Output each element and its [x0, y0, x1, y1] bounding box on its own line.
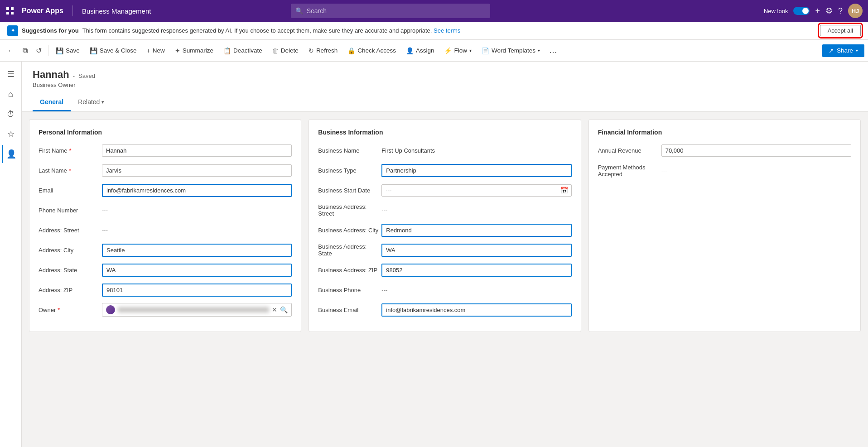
phone-label: Phone Number [39, 207, 102, 214]
deactivate-button[interactable]: 📋 Deactivate [219, 44, 267, 57]
business-address-state-input[interactable] [381, 244, 571, 257]
address-street-label: Address: Street [39, 227, 102, 234]
content-area: Hannah - Saved Business Owner General Re… [22, 62, 868, 447]
annual-revenue-input[interactable] [661, 144, 851, 157]
clipboard-button[interactable]: ⧉ [19, 44, 31, 58]
business-phone-value: --- [381, 287, 571, 293]
new-look-toggle[interactable] [793, 7, 810, 15]
new-button[interactable]: + New [142, 44, 169, 57]
personal-information-section: Personal Information First Name* Last Na… [29, 119, 301, 332]
business-address-city-input[interactable] [381, 224, 571, 237]
business-email-input[interactable] [381, 303, 571, 317]
sidebar-item-pinned[interactable]: ☆ [2, 125, 20, 143]
sidebar-item-contacts[interactable]: 👤 [2, 145, 20, 163]
owner-field-wrapper[interactable]: ✕ 🔍 [102, 303, 292, 317]
check-access-icon: 🔒 [347, 47, 355, 54]
delete-button[interactable]: 🗑 Delete [268, 44, 303, 57]
refresh-icon: ↻ [309, 47, 314, 54]
back-button[interactable]: ← [4, 44, 18, 58]
see-terms-link[interactable]: See terms [434, 27, 460, 34]
field-address-zip: Address: ZIP [39, 283, 292, 297]
more-button[interactable]: … [545, 43, 561, 58]
add-icon[interactable]: + [815, 6, 820, 16]
business-address-zip-input[interactable] [381, 264, 571, 277]
tab-general[interactable]: General [33, 94, 71, 111]
calendar-icon[interactable]: 📅 [560, 187, 568, 194]
owner-clear-button[interactable]: ✕ [272, 306, 277, 313]
business-start-date-input[interactable] [381, 184, 571, 197]
search-bar[interactable]: 🔍 [291, 4, 490, 18]
payment-methods-value: --- [661, 167, 851, 174]
financial-info-title: Financial Information [598, 129, 851, 136]
accept-all-button[interactable]: Accept all [820, 25, 861, 36]
business-start-date-wrapper: 📅 [381, 184, 571, 197]
field-business-address-street: Business Address: Street --- [318, 203, 571, 217]
svg-rect-1 [11, 7, 14, 10]
field-phone: Phone Number --- [39, 203, 292, 217]
personal-info-title: Personal Information [39, 129, 292, 136]
form-sections: Personal Information First Name* Last Na… [22, 112, 868, 339]
business-address-zip-label: Business Address: ZIP [318, 267, 381, 274]
address-zip-label: Address: ZIP [39, 287, 102, 293]
search-input[interactable] [307, 7, 486, 14]
main-layout: ☰ ⌂ ⏱ ☆ 👤 Hannah - Saved Business Owner … [0, 62, 868, 447]
save-button[interactable]: 💾 Save [51, 44, 84, 57]
email-input[interactable] [102, 184, 292, 197]
address-zip-input[interactable] [102, 284, 292, 297]
settings-icon[interactable]: ⚙ [825, 6, 833, 16]
address-street-value: --- [102, 227, 292, 234]
business-type-label: Business Type [318, 167, 381, 174]
field-business-name: Business Name First Up Consultants [318, 143, 571, 158]
tab-related[interactable]: Related ▾ [71, 94, 111, 111]
business-name-label: Business Name [318, 147, 381, 154]
business-phone-label: Business Phone [318, 287, 381, 293]
help-icon[interactable]: ? [838, 6, 843, 16]
owner-label: Owner* [39, 307, 102, 313]
owner-search-button[interactable]: 🔍 [280, 306, 288, 313]
record-name: Hannah [33, 69, 69, 81]
sidebar-item-home[interactable]: ⌂ [2, 85, 20, 103]
restore-button[interactable]: ↺ [32, 43, 45, 58]
field-business-type: Business Type [318, 163, 571, 178]
tabs: General Related ▾ [33, 94, 857, 111]
address-state-input[interactable] [102, 264, 292, 277]
save-icon: 💾 [56, 47, 63, 54]
save-close-button[interactable]: 💾 Save & Close [85, 44, 141, 57]
refresh-button[interactable]: ↻ Refresh [304, 44, 342, 57]
record-status: Saved [78, 72, 95, 79]
assign-button[interactable]: 👤 Assign [401, 44, 439, 57]
address-city-input[interactable] [102, 244, 292, 257]
command-bar: ← ⧉ ↺ 💾 Save 💾 Save & Close + New ✦ Summ… [0, 40, 868, 62]
record-header: Hannah - Saved Business Owner General Re… [22, 62, 868, 112]
record-title-row: Hannah - Saved [33, 69, 857, 81]
business-information-section: Business Information Business Name First… [309, 119, 581, 332]
financial-information-section: Financial Information Annual Revenue Pay… [588, 119, 861, 332]
phone-value: --- [102, 207, 292, 214]
first-name-input[interactable] [102, 144, 292, 157]
business-start-date-label: Business Start Date [318, 187, 381, 194]
related-chevron: ▾ [101, 99, 104, 105]
ai-suggestion-icon: ✦ [7, 25, 18, 36]
share-button[interactable]: ↗ Share ▾ [822, 44, 864, 57]
sidebar-item-menu[interactable]: ☰ [2, 65, 20, 83]
summarize-button[interactable]: ✦ Summarize [170, 44, 218, 57]
flow-button[interactable]: ⚡ Flow ▾ [439, 44, 476, 57]
new-look-label: New look [764, 8, 788, 14]
word-templates-button[interactable]: 📄 Word Templates ▾ [477, 44, 545, 57]
search-icon: 🔍 [295, 7, 303, 14]
last-name-input[interactable] [102, 164, 292, 177]
save-close-icon: 💾 [90, 47, 97, 54]
svg-rect-0 [6, 7, 9, 10]
top-nav-right: New look + ⚙ ? HJ [764, 4, 863, 18]
red-arrow-annotation [861, 11, 868, 38]
business-email-label: Business Email [318, 307, 381, 313]
address-city-label: Address: City [39, 247, 102, 254]
share-icon: ↗ [829, 47, 834, 54]
owner-name-blurred [118, 307, 269, 312]
check-access-button[interactable]: 🔒 Check Access [343, 44, 400, 57]
business-type-input[interactable] [381, 164, 571, 177]
grid-icon[interactable] [5, 6, 14, 15]
flow-chevron: ▾ [469, 48, 472, 53]
first-name-label: First Name* [39, 147, 102, 154]
sidebar-item-recent[interactable]: ⏱ [2, 105, 20, 123]
